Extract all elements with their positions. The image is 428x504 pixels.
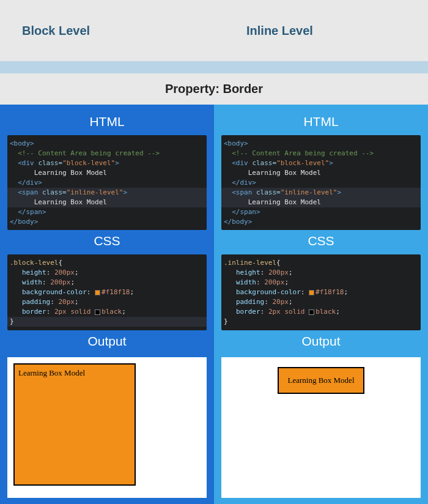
code-text: </div> (232, 179, 256, 187)
code-text: "inline-level" (67, 188, 124, 196)
accent-bar (0, 61, 428, 73)
code-text: </span> (232, 208, 260, 216)
code-text: #f18f18 (101, 288, 130, 296)
code-text: 200px (50, 278, 70, 286)
code-text: </body> (10, 218, 38, 226)
heading-output-right: Output (221, 330, 421, 355)
code-text: 200px (54, 269, 75, 276)
tabs-row: Block Level Inline Level (0, 0, 428, 61)
code-text: padding (22, 298, 50, 306)
heading-html-right: HTML (221, 111, 421, 135)
code-text: background-color (22, 288, 87, 296)
code-text: 200px (268, 269, 289, 276)
code-text: .block-level (10, 259, 58, 267)
code-text: <!-- Content Area being created --> (232, 149, 374, 157)
code-text: <span (232, 188, 256, 196)
code-text: <!-- Content Area being created --> (18, 149, 160, 157)
code-text: </div> (18, 179, 42, 187)
column-inline-level: HTML <body> <!-- Content Area being crea… (214, 105, 428, 504)
code-text: <div (232, 159, 252, 167)
code-text: > (329, 159, 333, 167)
heading-css-right: CSS (221, 230, 421, 254)
columns: HTML <body> <!-- Content Area being crea… (0, 105, 428, 504)
code-css-left: .block-level{ height: 200px; width: 200p… (7, 254, 207, 330)
code-text: #f18f18 (315, 288, 344, 296)
code-text: <body> (224, 139, 248, 147)
tab-block-level[interactable]: Block Level (0, 24, 204, 38)
code-text: "block-level" (62, 159, 115, 167)
code-text: <div (18, 159, 38, 167)
code-text: class= (38, 159, 62, 167)
code-text: Learning Box Model (34, 198, 107, 206)
inline-level-demo: Learning Box Model (278, 367, 364, 394)
code-text: border (236, 308, 260, 316)
color-swatch-icon (95, 290, 100, 295)
code-text: <body> (10, 139, 34, 147)
code-text: class= (256, 188, 281, 196)
color-swatch-icon (95, 309, 100, 315)
code-text: black (315, 308, 336, 316)
code-text: </span> (18, 208, 46, 216)
code-html-right: <body> <!-- Content Area being created -… (221, 135, 421, 230)
code-html-left: <body> <!-- Content Area being created -… (7, 135, 207, 230)
code-text: class= (42, 188, 67, 196)
column-block-level: HTML <body> <!-- Content Area being crea… (0, 105, 214, 504)
heading-html-left: HTML (7, 111, 207, 135)
code-text: width (22, 278, 42, 286)
code-text: 200px (264, 278, 284, 286)
code-text: height (236, 269, 260, 276)
color-swatch-icon (309, 290, 314, 295)
code-text: > (115, 159, 119, 167)
code-text: <span (18, 188, 42, 196)
code-text: Learning Box Model (248, 198, 321, 206)
section-title: Property: Border (0, 73, 428, 105)
code-text: Learning Box Model (248, 169, 321, 177)
heading-css-left: CSS (7, 230, 207, 254)
code-text: 20px (58, 298, 75, 306)
output-area-left: Learning Box Model (7, 357, 207, 498)
code-text: border (22, 308, 46, 316)
code-text: background-color (236, 288, 301, 296)
code-css-right: .inline-level{ height: 200px; width: 200… (221, 254, 421, 330)
block-level-demo: Learning Box Model (13, 363, 136, 486)
code-text: 2px (268, 308, 281, 316)
code-text: black (101, 308, 122, 316)
code-text: 20px (272, 298, 289, 306)
code-text: </body> (224, 218, 252, 226)
code-text: solid (284, 308, 304, 316)
code-text: > (123, 188, 127, 196)
code-text: class= (252, 159, 276, 167)
color-swatch-icon (309, 309, 314, 315)
code-text: 2px (54, 308, 67, 316)
code-text: width (236, 278, 256, 286)
heading-output-left: Output (7, 330, 207, 355)
code-text: height (22, 269, 46, 276)
tab-inline-level[interactable]: Inline Level (204, 24, 428, 38)
code-text: solid (70, 308, 90, 316)
code-text: .inline-level (224, 259, 276, 267)
code-text: "block-level" (276, 159, 329, 167)
code-text: > (337, 188, 341, 196)
code-text: "inline-level" (281, 188, 338, 196)
code-text: Learning Box Model (34, 169, 107, 177)
output-area-right: Learning Box Model (221, 357, 421, 498)
code-text: padding (236, 298, 264, 306)
inline-demo-wrap: Learning Box Model (227, 363, 415, 394)
